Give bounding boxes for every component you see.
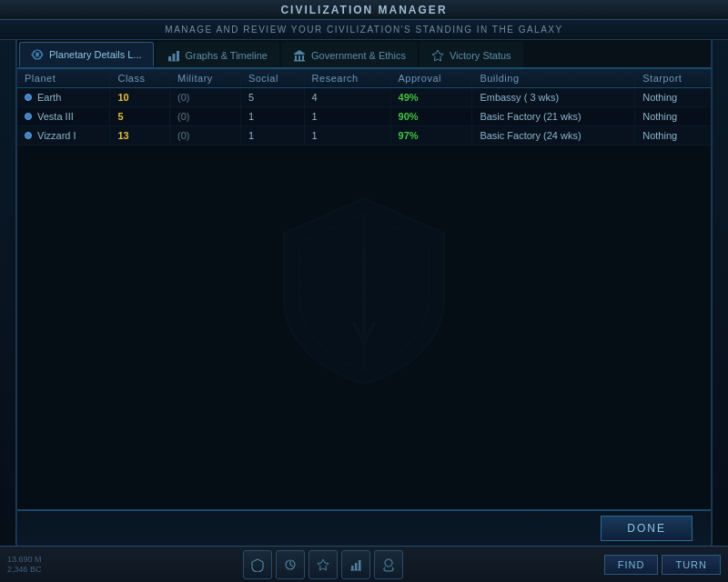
- subtitle-text: Manage and Review Your Civilization's St…: [165, 25, 562, 35]
- taskbar-icon-2: [283, 557, 298, 572]
- svg-rect-22: [351, 566, 354, 570]
- col-starport: Starport: [635, 69, 711, 88]
- victory-icon: [431, 49, 444, 62]
- tab-victory[interactable]: Victory Status: [420, 42, 523, 67]
- taskbar-info: 13.690 M 2,346 BC: [7, 555, 42, 575]
- tab-bar: Planetary Details L... Graphs & Timeline: [17, 40, 711, 69]
- svg-rect-23: [355, 563, 358, 570]
- center-area: Planetary Details L... Graphs & Timeline: [16, 40, 712, 546]
- col-building: Building: [472, 69, 635, 88]
- turn-button[interactable]: Turn: [662, 555, 721, 575]
- cell-approval: 97%: [390, 126, 472, 146]
- cell-research: 1: [304, 107, 390, 126]
- svg-rect-10: [294, 60, 305, 62]
- taskbar-btn-1[interactable]: [243, 550, 272, 579]
- cell-approval: 90%: [390, 107, 472, 126]
- cell-approval: 49%: [390, 88, 472, 107]
- taskbar: 13.690 M 2,346 BC: [0, 546, 728, 582]
- tab-planetary-label: Planetary Details L...: [49, 49, 142, 60]
- svg-point-1: [35, 53, 39, 56]
- content-area: Planet Class Military Social Research Ap…: [17, 69, 711, 509]
- taskbar-btn-5[interactable]: [374, 550, 403, 579]
- taskbar-icon-1: [250, 557, 265, 572]
- cell-class: 10: [110, 88, 170, 107]
- cell-military: (0): [170, 107, 241, 126]
- taskbar-info-line1: 13.690 M: [7, 555, 42, 565]
- tab-graphs-label: Graphs & Timeline: [186, 50, 268, 61]
- svg-rect-9: [302, 55, 304, 60]
- done-button[interactable]: Done: [601, 516, 693, 541]
- svg-rect-4: [172, 54, 175, 61]
- col-military: Military: [170, 69, 241, 88]
- taskbar-icon-5: [381, 557, 396, 572]
- cell-starport: Nothing: [635, 126, 711, 146]
- svg-point-26: [385, 559, 392, 567]
- tab-graphs[interactable]: Graphs & Timeline: [156, 42, 279, 67]
- left-panel: [0, 40, 16, 546]
- col-research: Research: [304, 69, 390, 88]
- tab-government[interactable]: Government & Ethics: [281, 42, 418, 67]
- tab-victory-label: Victory Status: [450, 50, 511, 61]
- cell-military: (0): [170, 88, 241, 107]
- table-row[interactable]: Vizzard I13(0)1197%Basic Factory (24 wks…: [17, 126, 711, 146]
- title-bar: Civilization Manager: [0, 0, 728, 20]
- taskbar-icon-4: [349, 557, 363, 572]
- svg-line-21: [290, 565, 293, 567]
- taskbar-icons: [243, 550, 403, 579]
- cell-building: Basic Factory (24 wks): [472, 126, 635, 146]
- cell-starport: Nothing: [635, 88, 711, 107]
- planets-table: Planet Class Military Social Research Ap…: [17, 69, 711, 146]
- taskbar-info-line2: 2,346 BC: [7, 565, 42, 575]
- main-container: Planetary Details L... Graphs & Timeline: [0, 40, 728, 546]
- cell-planet: Vizzard I: [17, 126, 110, 146]
- taskbar-left: 13.690 M 2,346 BC: [7, 555, 42, 575]
- col-planet: Planet: [17, 69, 110, 88]
- find-button[interactable]: Find: [604, 555, 659, 575]
- bottom-bar: Done: [17, 509, 711, 546]
- taskbar-icon-3: [316, 557, 330, 572]
- cell-building: Basic Factory (21 wks): [472, 107, 635, 126]
- window-title: Civilization Manager: [280, 4, 447, 16]
- watermark: [264, 188, 464, 390]
- col-approval: Approval: [390, 69, 472, 88]
- subtitle-bar: Manage and Review Your Civilization's St…: [0, 20, 728, 40]
- cell-class: 5: [110, 107, 170, 126]
- cell-social: 1: [240, 107, 304, 126]
- cell-social: 5: [240, 88, 304, 107]
- planet-icon: [31, 48, 44, 61]
- cell-building: Embassy ( 3 wks): [472, 88, 635, 107]
- svg-rect-7: [295, 55, 297, 60]
- col-class: Class: [110, 69, 170, 88]
- taskbar-btn-3[interactable]: [308, 550, 338, 579]
- table-row[interactable]: Vesta III5(0)1190%Basic Factory (21 wks)…: [17, 107, 711, 126]
- col-social: Social: [240, 69, 304, 88]
- cell-military: (0): [170, 126, 241, 146]
- table-row[interactable]: Earth10(0)5449%Embassy ( 3 wks)Nothing: [17, 88, 711, 107]
- cell-starport: Nothing: [635, 107, 711, 126]
- svg-rect-3: [168, 56, 171, 61]
- svg-rect-5: [177, 51, 179, 61]
- cell-planet: Earth: [17, 88, 110, 107]
- taskbar-btn-4[interactable]: [341, 550, 370, 579]
- tab-government-label: Government & Ethics: [311, 50, 406, 61]
- cell-class: 13: [110, 126, 170, 146]
- cell-research: 1: [304, 126, 390, 146]
- svg-rect-8: [298, 55, 300, 60]
- tab-planetary[interactable]: Planetary Details L...: [19, 42, 154, 67]
- right-panel: [712, 40, 728, 546]
- chart-icon: [167, 49, 180, 62]
- gov-icon: [293, 49, 306, 62]
- taskbar-btn-2[interactable]: [276, 550, 305, 579]
- cell-research: 4: [304, 88, 390, 107]
- find-turn-area: Find Turn: [604, 555, 721, 575]
- svg-rect-24: [359, 560, 361, 570]
- cell-planet: Vesta III: [17, 107, 110, 126]
- cell-social: 1: [240, 126, 304, 146]
